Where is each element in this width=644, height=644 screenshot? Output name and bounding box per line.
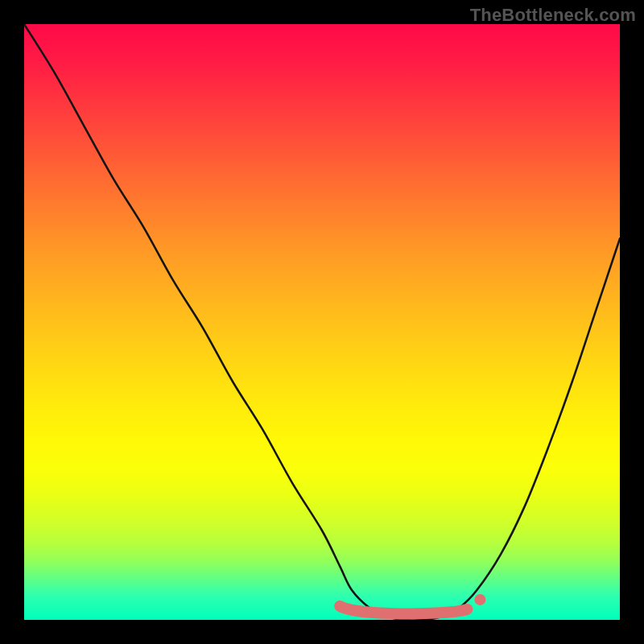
plot-area [24, 24, 620, 620]
bottom-marker [340, 606, 467, 614]
bottom-marker-dot [474, 594, 485, 605]
bottleneck-curve [24, 24, 620, 620]
watermark: TheBottleneck.com [470, 5, 636, 26]
curve-svg [24, 24, 620, 620]
frame: TheBottleneck.com [0, 0, 644, 644]
